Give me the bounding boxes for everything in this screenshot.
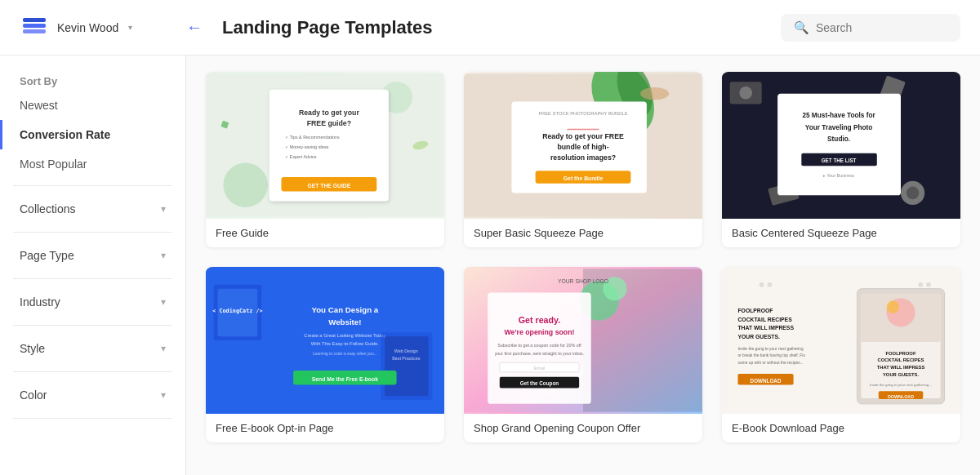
svg-text:You Can Design a: You Can Design a xyxy=(311,305,378,314)
sidebar-color[interactable]: Color ▾ xyxy=(0,379,185,411)
sidebar-divider-2 xyxy=(13,232,172,233)
svg-text:or break the bank having top s: or break the bank having top shelf. Fix xyxy=(737,353,805,357)
sidebar-divider-4 xyxy=(13,325,172,326)
svg-text:< CodingCatz />: < CodingCatz /> xyxy=(212,308,262,314)
svg-text:▸ Your Business: ▸ Your Business xyxy=(823,173,855,178)
template-label-ebook-opt-in: Free E-book Opt-in Page xyxy=(206,414,444,442)
svg-point-74 xyxy=(767,282,772,287)
svg-text:some up with or without the re: some up with or without the recipes... xyxy=(737,361,803,365)
template-card-basic-centered[interactable]: 25 Must-have Tools for Your Traveling Ph… xyxy=(722,72,960,247)
svg-text:Get the Bundle: Get the Bundle xyxy=(564,175,604,181)
svg-text:GET THE GUIDE: GET THE GUIDE xyxy=(307,183,350,189)
svg-text:25 Must-have Tools for: 25 Must-have Tools for xyxy=(802,112,875,119)
svg-text:COCKTAIL RECIPES: COCKTAIL RECIPES xyxy=(878,357,924,362)
sidebar-page-type[interactable]: Page Type ▾ xyxy=(0,239,185,272)
svg-text:Invite the gang to your next g: Invite the gang to your next gathering..… xyxy=(870,383,932,387)
svg-text:DOWNLOAD: DOWNLOAD xyxy=(751,378,782,384)
template-label-super-basic: Super Basic Squeeze Page xyxy=(464,219,702,247)
search-input[interactable] xyxy=(816,21,938,34)
sidebar-collections[interactable]: Collections ▾ xyxy=(0,193,185,225)
svg-text:FOOLPROOF: FOOLPROOF xyxy=(737,308,773,313)
sidebar-item-newest[interactable]: Newest xyxy=(0,91,185,120)
svg-point-31 xyxy=(739,87,752,100)
svg-text:Get ready.: Get ready. xyxy=(519,315,561,325)
svg-text:Get the Coupon: Get the Coupon xyxy=(520,380,559,387)
svg-point-81 xyxy=(886,300,899,313)
svg-point-35 xyxy=(906,187,920,200)
app-logo-icon xyxy=(20,13,49,42)
svg-text:Learning to code is easy when : Learning to code is easy when you... xyxy=(313,352,377,356)
svg-point-73 xyxy=(760,282,764,287)
svg-rect-36 xyxy=(777,94,901,196)
svg-point-75 xyxy=(918,282,923,287)
header: Kevin Wood ▾ ← Landing Page Templates 🔍 xyxy=(0,0,980,55)
svg-text:THAT WILL IMPRESS: THAT WILL IMPRESS xyxy=(877,365,925,370)
sidebar-industry[interactable]: Industry ▾ xyxy=(0,286,185,318)
svg-text:GET THE LIST: GET THE LIST xyxy=(822,158,857,163)
template-grid: Ready to get your FREE guide? ✓ Tips & R… xyxy=(206,72,960,442)
svg-text:Email: Email xyxy=(534,366,545,371)
svg-text:Ready to get your FREE: Ready to get your FREE xyxy=(542,132,624,140)
body-layout: Sort By Newest Conversion Rate Most Popu… xyxy=(0,55,980,475)
sidebar-divider-3 xyxy=(13,278,172,279)
svg-point-5 xyxy=(223,162,268,207)
svg-text:We're opening soon!: We're opening soon! xyxy=(504,328,574,336)
main-content: Ready to get your FREE guide? ✓ Tips & R… xyxy=(186,55,980,475)
page-title: Landing Page Templates xyxy=(222,17,768,38)
sidebar-divider-6 xyxy=(13,418,172,419)
svg-text:Website!: Website! xyxy=(328,317,361,326)
svg-text:FOOLPROOF: FOOLPROOF xyxy=(886,351,916,356)
svg-rect-0 xyxy=(23,29,46,33)
svg-point-20 xyxy=(640,87,669,100)
svg-text:bundle of high-: bundle of high- xyxy=(557,143,608,151)
color-chevron-icon: ▾ xyxy=(161,389,166,401)
svg-text:Invite the gang to your next g: Invite the gang to your next gathering xyxy=(737,347,804,351)
svg-text:FREE STOCK PHOTOGRAPHY BUNDLE: FREE STOCK PHOTOGRAPHY BUNDLE xyxy=(538,111,627,116)
sidebar-style[interactable]: Style ▾ xyxy=(0,332,185,365)
svg-text:Create a Great Looking Website: Create a Great Looking Website Today xyxy=(304,333,385,338)
sidebar: Sort By Newest Conversion Rate Most Popu… xyxy=(0,55,186,475)
template-label-ebook-download: E-Book Download Page xyxy=(722,414,960,442)
search-box: 🔍 xyxy=(781,14,960,42)
svg-text:Send Me the Free E-book: Send Me the Free E-book xyxy=(312,376,378,382)
user-name: Kevin Wood xyxy=(57,21,118,34)
svg-text:FREE guide?: FREE guide? xyxy=(307,119,351,127)
svg-text:COCKTAIL RECIPES: COCKTAIL RECIPES xyxy=(737,317,792,322)
svg-text:YOUR SHOP LOGO: YOUR SHOP LOGO xyxy=(558,278,608,284)
svg-text:YOUR GUESTS.: YOUR GUESTS. xyxy=(883,372,919,377)
page-type-chevron-icon: ▾ xyxy=(161,250,166,261)
svg-rect-2 xyxy=(23,18,46,22)
svg-text:Ready to get your: Ready to get your xyxy=(299,109,359,117)
svg-text:Your Traveling Photo: Your Traveling Photo xyxy=(805,124,873,131)
svg-text:✓ Expert Advice: ✓ Expert Advice xyxy=(285,154,316,159)
sidebar-divider-1 xyxy=(13,185,172,186)
user-menu-chevron-icon[interactable]: ▾ xyxy=(128,23,132,32)
svg-text:DOWNLOAD: DOWNLOAD xyxy=(888,394,914,399)
svg-text:YOUR GUESTS.: YOUR GUESTS. xyxy=(737,334,779,340)
template-card-ebook-download[interactable]: FOOLPROOF COCKTAIL RECIPES THAT WILL IMP… xyxy=(722,267,960,442)
svg-text:resolution images?: resolution images? xyxy=(550,153,616,162)
logo-area: Kevin Wood ▾ xyxy=(20,13,167,42)
svg-rect-53 xyxy=(385,336,429,396)
svg-text:Studio.: Studio. xyxy=(827,135,850,143)
template-label-free-guide: Free Guide xyxy=(206,219,444,247)
svg-text:THAT WILL IMPRESS: THAT WILL IMPRESS xyxy=(737,325,794,331)
industry-chevron-icon: ▾ xyxy=(161,296,166,308)
svg-rect-1 xyxy=(23,24,46,28)
svg-text:✓ Money-saving ideas: ✓ Money-saving ideas xyxy=(285,144,328,149)
template-label-basic-centered: Basic Centered Squeeze Page xyxy=(722,219,960,247)
svg-text:Web Design: Web Design xyxy=(394,348,418,353)
back-button[interactable]: ← xyxy=(180,18,209,37)
svg-text:✓ Tips & Recommendations: ✓ Tips & Recommendations xyxy=(285,135,340,140)
template-label-grand-opening: Shop Grand Opening Coupon Offer xyxy=(464,414,702,442)
sidebar-item-conversion-rate[interactable]: Conversion Rate xyxy=(0,120,185,149)
sidebar-item-most-popular[interactable]: Most Popular xyxy=(0,149,185,179)
collections-chevron-icon: ▾ xyxy=(161,203,166,215)
template-card-grand-opening[interactable]: YOUR SHOP LOGO Get ready. We're opening … xyxy=(464,267,702,442)
search-icon: 🔍 xyxy=(794,20,809,35)
svg-text:Subscribe to get a coupon code: Subscribe to get a coupon code for 20% o… xyxy=(497,343,581,348)
template-card-ebook-opt-in[interactable]: < CodingCatz /> You Can Design a Website… xyxy=(206,267,444,442)
template-card-free-guide[interactable]: Ready to get your FREE guide? ✓ Tips & R… xyxy=(206,72,444,247)
sort-by-label: Sort By xyxy=(0,69,185,91)
template-card-super-basic[interactable]: FREE STOCK PHOTOGRAPHY BUNDLE Ready to g… xyxy=(464,72,702,247)
